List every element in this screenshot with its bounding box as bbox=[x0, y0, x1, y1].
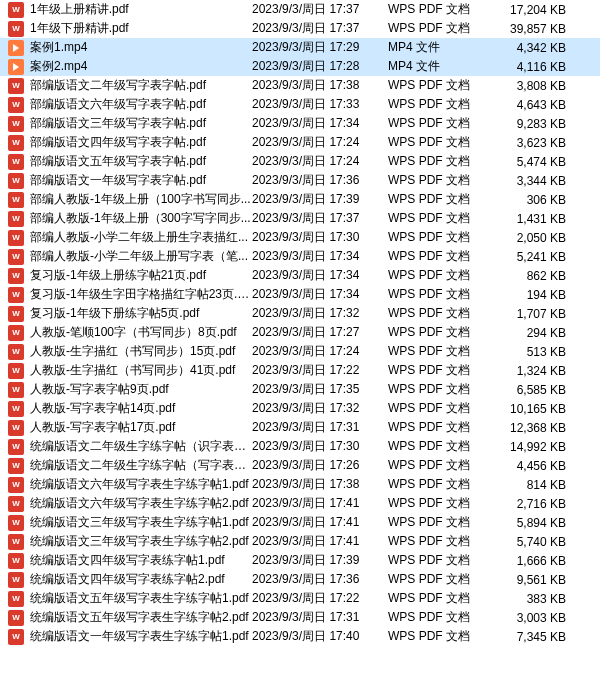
pdf-file-icon bbox=[8, 534, 24, 550]
file-type: WPS PDF 文档 bbox=[388, 324, 488, 341]
file-row[interactable]: 统编版语文二年级生字练字帖（写字表）...2023/9/3/周日 17:26WP… bbox=[0, 456, 600, 475]
file-date: 2023/9/3/周日 17:41 bbox=[252, 495, 388, 512]
file-date: 2023/9/3/周日 17:37 bbox=[252, 1, 388, 18]
file-date: 2023/9/3/周日 17:22 bbox=[252, 590, 388, 607]
file-row[interactable]: 案例1.mp42023/9/3/周日 17:29MP4 文件4,342 KB bbox=[0, 38, 600, 57]
file-date: 2023/9/3/周日 17:24 bbox=[252, 134, 388, 151]
file-row[interactable]: 复习版-1年级下册练字帖5页.pdf2023/9/3/周日 17:32WPS P… bbox=[0, 304, 600, 323]
file-row[interactable]: 部编版语文五年级写字表字帖.pdf2023/9/3/周日 17:24WPS PD… bbox=[0, 152, 600, 171]
file-type: WPS PDF 文档 bbox=[388, 514, 488, 531]
file-type: WPS PDF 文档 bbox=[388, 343, 488, 360]
file-name: 复习版-1年级生字田字格描红字帖23页.p... bbox=[30, 286, 252, 303]
pdf-file-icon bbox=[8, 496, 24, 512]
file-date: 2023/9/3/周日 17:34 bbox=[252, 248, 388, 265]
video-file-icon bbox=[8, 40, 24, 56]
file-name: 人教版-生字描红（书写同步）41页.pdf bbox=[30, 362, 252, 379]
file-name: 部编版语文一年级写字表字帖.pdf bbox=[30, 172, 252, 189]
file-row[interactable]: 复习版-1年级上册练字帖21页.pdf2023/9/3/周日 17:34WPS … bbox=[0, 266, 600, 285]
file-row[interactable]: 统编版语文三年级写字表生字练字帖2.pdf2023/9/3/周日 17:41WP… bbox=[0, 532, 600, 551]
file-size: 4,456 KB bbox=[488, 459, 578, 473]
file-size: 513 KB bbox=[488, 345, 578, 359]
file-name: 复习版-1年级上册练字帖21页.pdf bbox=[30, 267, 252, 284]
file-row[interactable]: 部编版语文六年级写字表字帖.pdf2023/9/3/周日 17:33WPS PD… bbox=[0, 95, 600, 114]
file-row[interactable]: 部编人教版-小学二年级上册生字表描红...2023/9/3/周日 17:30WP… bbox=[0, 228, 600, 247]
file-row[interactable]: 统编版语文六年级写字表生字练字帖1.pdf2023/9/3/周日 17:38WP… bbox=[0, 475, 600, 494]
file-row[interactable]: 人教版-生字描红（书写同步）15页.pdf2023/9/3/周日 17:24WP… bbox=[0, 342, 600, 361]
file-row[interactable]: 统编版语文一年级写字表生字练字帖1.pdf2023/9/3/周日 17:40WP… bbox=[0, 627, 600, 646]
file-name: 统编版语文四年级写字表练字帖1.pdf bbox=[30, 552, 252, 569]
file-row[interactable]: 统编版语文三年级写字表生字练字帖1.pdf2023/9/3/周日 17:41WP… bbox=[0, 513, 600, 532]
file-date: 2023/9/3/周日 17:38 bbox=[252, 77, 388, 94]
file-size: 7,345 KB bbox=[488, 630, 578, 644]
file-row[interactable]: 统编版语文五年级写字表生字练字帖1.pdf2023/9/3/周日 17:22WP… bbox=[0, 589, 600, 608]
file-name: 人教版-写字表字帖14页.pdf bbox=[30, 400, 252, 417]
file-size: 3,808 KB bbox=[488, 79, 578, 93]
file-name: 统编版语文六年级写字表生字练字帖1.pdf bbox=[30, 476, 252, 493]
file-name: 部编人教版-1年级上册（100字书写同步... bbox=[30, 191, 252, 208]
file-type: WPS PDF 文档 bbox=[388, 248, 488, 265]
file-size: 1,431 KB bbox=[488, 212, 578, 226]
file-date: 2023/9/3/周日 17:31 bbox=[252, 419, 388, 436]
file-row[interactable]: 人教版-笔顺100字（书写同步）8页.pdf2023/9/3/周日 17:27W… bbox=[0, 323, 600, 342]
file-name: 1年级下册精讲.pdf bbox=[30, 20, 252, 37]
file-name: 统编版语文三年级写字表生字练字帖1.pdf bbox=[30, 514, 252, 531]
file-row[interactable]: 人教版-生字描红（书写同步）41页.pdf2023/9/3/周日 17:22WP… bbox=[0, 361, 600, 380]
file-date: 2023/9/3/周日 17:37 bbox=[252, 20, 388, 37]
file-row[interactable]: 人教版-写字表字帖9页.pdf2023/9/3/周日 17:35WPS PDF … bbox=[0, 380, 600, 399]
file-row[interactable]: 统编版语文二年级生字练字帖（识字表）...2023/9/3/周日 17:30WP… bbox=[0, 437, 600, 456]
file-row[interactable]: 统编版语文六年级写字表生字练字帖2.pdf2023/9/3/周日 17:41WP… bbox=[0, 494, 600, 513]
file-size: 3,344 KB bbox=[488, 174, 578, 188]
file-type: WPS PDF 文档 bbox=[388, 571, 488, 588]
file-type: WPS PDF 文档 bbox=[388, 419, 488, 436]
file-date: 2023/9/3/周日 17:35 bbox=[252, 381, 388, 398]
file-type: WPS PDF 文档 bbox=[388, 628, 488, 645]
file-date: 2023/9/3/周日 17:31 bbox=[252, 609, 388, 626]
file-size: 10,165 KB bbox=[488, 402, 578, 416]
file-type: WPS PDF 文档 bbox=[388, 495, 488, 512]
file-row[interactable]: 1年级下册精讲.pdf2023/9/3/周日 17:37WPS PDF 文档39… bbox=[0, 19, 600, 38]
pdf-file-icon bbox=[8, 135, 24, 151]
file-type: WPS PDF 文档 bbox=[388, 305, 488, 322]
file-date: 2023/9/3/周日 17:32 bbox=[252, 305, 388, 322]
file-name: 部编版语文二年级写字表字帖.pdf bbox=[30, 77, 252, 94]
file-row[interactable]: 部编版语文三年级写字表字帖.pdf2023/9/3/周日 17:34WPS PD… bbox=[0, 114, 600, 133]
file-type: WPS PDF 文档 bbox=[388, 533, 488, 550]
file-type: WPS PDF 文档 bbox=[388, 457, 488, 474]
file-name: 统编版语文五年级写字表生字练字帖1.pdf bbox=[30, 590, 252, 607]
file-size: 4,643 KB bbox=[488, 98, 578, 112]
file-name: 人教版-写字表字帖17页.pdf bbox=[30, 419, 252, 436]
file-row[interactable]: 案例2.mp42023/9/3/周日 17:28MP4 文件4,116 KB bbox=[0, 57, 600, 76]
pdf-file-icon bbox=[8, 515, 24, 531]
file-date: 2023/9/3/周日 17:39 bbox=[252, 191, 388, 208]
file-name: 统编版语文一年级写字表生字练字帖1.pdf bbox=[30, 628, 252, 645]
file-row[interactable]: 统编版语文四年级写字表练字帖1.pdf2023/9/3/周日 17:39WPS … bbox=[0, 551, 600, 570]
file-type: WPS PDF 文档 bbox=[388, 96, 488, 113]
file-date: 2023/9/3/周日 17:39 bbox=[252, 552, 388, 569]
file-type: MP4 文件 bbox=[388, 39, 488, 56]
file-row[interactable]: 1年级上册精讲.pdf2023/9/3/周日 17:37WPS PDF 文档17… bbox=[0, 0, 600, 19]
file-row[interactable]: 部编人教版-1年级上册（100字书写同步...2023/9/3/周日 17:39… bbox=[0, 190, 600, 209]
file-type: WPS PDF 文档 bbox=[388, 400, 488, 417]
file-size: 194 KB bbox=[488, 288, 578, 302]
file-name: 统编版语文二年级生字练字帖（写字表）... bbox=[30, 457, 252, 474]
file-row[interactable]: 部编人教版-1年级上册（300字写字同步...2023/9/3/周日 17:37… bbox=[0, 209, 600, 228]
pdf-file-icon bbox=[8, 154, 24, 170]
pdf-file-icon bbox=[8, 306, 24, 322]
file-type: WPS PDF 文档 bbox=[388, 191, 488, 208]
file-row[interactable]: 统编版语文四年级写字表练字帖2.pdf2023/9/3/周日 17:36WPS … bbox=[0, 570, 600, 589]
file-date: 2023/9/3/周日 17:36 bbox=[252, 571, 388, 588]
file-row[interactable]: 部编人教版-小学二年级上册写字表（笔...2023/9/3/周日 17:34WP… bbox=[0, 247, 600, 266]
file-name: 部编人教版-1年级上册（300字写字同步... bbox=[30, 210, 252, 227]
file-row[interactable]: 人教版-写字表字帖14页.pdf2023/9/3/周日 17:32WPS PDF… bbox=[0, 399, 600, 418]
file-type: WPS PDF 文档 bbox=[388, 153, 488, 170]
file-row[interactable]: 复习版-1年级生字田字格描红字帖23页.p...2023/9/3/周日 17:3… bbox=[0, 285, 600, 304]
file-type: WPS PDF 文档 bbox=[388, 267, 488, 284]
file-row[interactable]: 部编版语文一年级写字表字帖.pdf2023/9/3/周日 17:36WPS PD… bbox=[0, 171, 600, 190]
file-row[interactable]: 部编版语文四年级写字表字帖.pdf2023/9/3/周日 17:24WPS PD… bbox=[0, 133, 600, 152]
file-type: WPS PDF 文档 bbox=[388, 172, 488, 189]
file-row[interactable]: 人教版-写字表字帖17页.pdf2023/9/3/周日 17:31WPS PDF… bbox=[0, 418, 600, 437]
file-row[interactable]: 统编版语文五年级写字表生字练字帖2.pdf2023/9/3/周日 17:31WP… bbox=[0, 608, 600, 627]
file-name: 人教版-笔顺100字（书写同步）8页.pdf bbox=[30, 324, 252, 341]
file-row[interactable]: 部编版语文二年级写字表字帖.pdf2023/9/3/周日 17:38WPS PD… bbox=[0, 76, 600, 95]
pdf-file-icon bbox=[8, 211, 24, 227]
